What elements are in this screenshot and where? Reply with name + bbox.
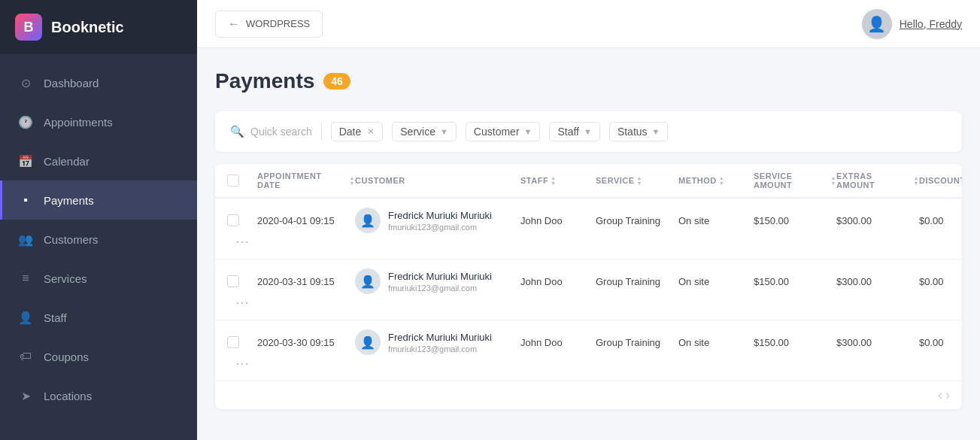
row-select-checkbox[interactable] — [227, 275, 239, 287]
payments-count-badge: 46 — [323, 73, 350, 90]
logo-icon: B — [15, 14, 42, 41]
row-service: Group Training — [596, 215, 678, 226]
row-checkbox — [227, 336, 257, 348]
avatar: 👤 — [862, 9, 892, 39]
staff-icon: 👤 — [18, 310, 33, 325]
sidebar-item-calendar[interactable]: 📅 Calendar — [0, 141, 197, 181]
row-select-checkbox[interactable] — [227, 214, 239, 226]
row-more-button[interactable]: ⋯ — [227, 294, 257, 311]
back-arrow-icon: ← — [228, 17, 240, 31]
sidebar: B Booknetic ⊙ Dashboard 🕐 Appointments 📅… — [0, 0, 197, 440]
row-method: On site — [678, 276, 754, 287]
row-method: On site — [678, 337, 754, 348]
next-page-button[interactable]: › — [945, 387, 950, 403]
sidebar-item-dashboard[interactable]: ⊙ Dashboard — [0, 63, 197, 102]
sidebar-item-label: Coupons — [44, 350, 89, 363]
customer-avatar: 👤 — [355, 269, 381, 294]
sidebar-item-appointments[interactable]: 🕐 Appointments — [0, 102, 197, 141]
service-chevron-icon: ▼ — [440, 127, 448, 136]
sidebar-item-staff[interactable]: 👤 Staff — [0, 298, 197, 337]
sort-icon[interactable]: ▲▼ — [831, 175, 836, 186]
coupons-icon: 🏷 — [18, 349, 33, 364]
appointments-icon: 🕐 — [18, 114, 33, 129]
row-appt-date: 2020-03-31 09:15 — [257, 276, 355, 287]
table-header: APPOINTMENT DATE ▲▼ CUSTOMER STAFF ▲▼ SE… — [215, 164, 962, 199]
sort-icon[interactable]: ▲▼ — [350, 175, 355, 186]
row-staff: John Doo — [520, 337, 596, 348]
customer-chevron-icon: ▼ — [524, 127, 532, 136]
col-staff: STAFF ▲▼ — [520, 175, 596, 186]
customer-email: fmuriuki123@gmail.com — [388, 344, 492, 354]
row-discount: $0.00 — [919, 337, 962, 348]
sidebar-item-label: Payments — [44, 194, 94, 207]
sidebar-item-payments[interactable]: ▪ Payments — [0, 181, 197, 220]
row-staff: John Doo — [520, 276, 596, 287]
sidebar-nav: ⊙ Dashboard 🕐 Appointments 📅 Calendar ▪ … — [0, 54, 197, 440]
row-appt-date: 2020-03-30 09:15 — [257, 337, 355, 348]
sidebar-item-services[interactable]: ≡ Services — [0, 259, 197, 298]
customer-avatar: 👤 — [355, 208, 381, 233]
table-row: 2020-04-01 09:15 👤 Fredrick Muriuki Muri… — [215, 199, 962, 259]
col-extras-amount: EXTRAS AMOUNT ▲▼ — [836, 171, 919, 190]
customer-filter[interactable]: Customer ▼ — [466, 122, 541, 141]
sidebar-item-locations[interactable]: ➤ Locations — [0, 376, 197, 415]
filter-bar: 🔍 Quick search Date ✕ Service ▼ Customer… — [215, 111, 962, 152]
row-customer: 👤 Fredrick Muriuki Muriuki fmuriuki123@g… — [355, 208, 520, 233]
sort-icon[interactable]: ▲▼ — [719, 175, 724, 186]
staff-chevron-icon: ▼ — [584, 127, 592, 136]
sidebar-item-label: Dashboard — [44, 77, 99, 90]
col-method: METHOD ▲▼ — [678, 175, 754, 186]
row-method: On site — [678, 215, 754, 226]
row-service-amount: $150.00 — [754, 337, 836, 348]
search-placeholder[interactable]: Quick search — [250, 126, 312, 138]
service-filter[interactable]: Service ▼ — [392, 122, 457, 141]
row-customer: 👤 Fredrick Muriuki Muriuki fmuriuki123@g… — [355, 329, 520, 355]
customer-email: fmuriuki123@gmail.com — [388, 223, 492, 232]
staff-filter[interactable]: Staff ▼ — [549, 122, 599, 141]
prev-page-button[interactable]: ‹ — [938, 387, 942, 403]
customer-email: fmuriuki123@gmail.com — [388, 284, 492, 293]
row-more-button[interactable]: ⋯ — [227, 355, 257, 372]
col-checkbox — [227, 174, 257, 187]
row-more-button[interactable]: ⋯ — [227, 233, 257, 250]
row-extras-amount: $300.00 — [836, 276, 919, 287]
date-filter[interactable]: Date ✕ — [331, 122, 384, 141]
status-filter[interactable]: Status ▼ — [609, 122, 669, 141]
row-customer: 👤 Fredrick Muriuki Muriuki fmuriuki123@g… — [355, 269, 520, 294]
sidebar-item-label: Locations — [44, 390, 92, 402]
locations-icon: ➤ — [18, 388, 33, 403]
customer-name: Fredrick Muriuki Muriuki — [388, 210, 492, 221]
table-row: 2020-03-30 09:15 👤 Fredrick Muriuki Muri… — [215, 320, 962, 381]
customer-avatar: 👤 — [355, 329, 381, 355]
pagination-arrows: ‹ › — [215, 381, 962, 409]
date-clear-icon[interactable]: ✕ — [367, 126, 375, 137]
sort-icon[interactable]: ▲▼ — [551, 175, 556, 186]
user-greeting[interactable]: Hello, Freddy — [900, 18, 962, 30]
date-filter-label: Date — [339, 126, 362, 138]
calendar-icon: 📅 — [18, 153, 33, 168]
page-header: Payments 46 — [215, 69, 962, 93]
row-discount: $0.00 — [919, 215, 962, 226]
wordpress-button[interactable]: ← WORDPRESS — [215, 11, 323, 38]
row-discount: $0.00 — [919, 276, 962, 287]
page-content: Payments 46 🔍 Quick search Date ✕ Servic… — [197, 48, 980, 440]
user-area: 👤 Hello, Freddy — [862, 9, 962, 39]
service-filter-label: Service — [400, 126, 435, 138]
wp-button-label: WORDPRESS — [246, 18, 310, 29]
row-service-amount: $150.00 — [754, 215, 836, 226]
search-icon: 🔍 — [230, 125, 244, 138]
row-extras-amount: $300.00 — [836, 337, 919, 348]
customer-name: Fredrick Muriuki Muriuki — [388, 332, 492, 343]
col-service: SERVICE ▲▼ — [596, 175, 678, 186]
sort-icon[interactable]: ▲▼ — [637, 175, 642, 186]
row-select-checkbox[interactable] — [227, 336, 239, 348]
app-name: Booknetic — [51, 19, 124, 36]
status-chevron-icon: ▼ — [652, 127, 660, 136]
col-appt-date: APPOINTMENT DATE ▲▼ — [257, 171, 355, 190]
select-all-checkbox[interactable] — [227, 174, 239, 187]
sort-icon[interactable]: ▲▼ — [914, 175, 919, 186]
row-appt-date: 2020-04-01 09:15 — [257, 215, 355, 226]
page-title: Payments — [215, 69, 314, 93]
sidebar-item-customers[interactable]: 👥 Customers — [0, 220, 197, 259]
sidebar-item-coupons[interactable]: 🏷 Coupons — [0, 337, 197, 376]
